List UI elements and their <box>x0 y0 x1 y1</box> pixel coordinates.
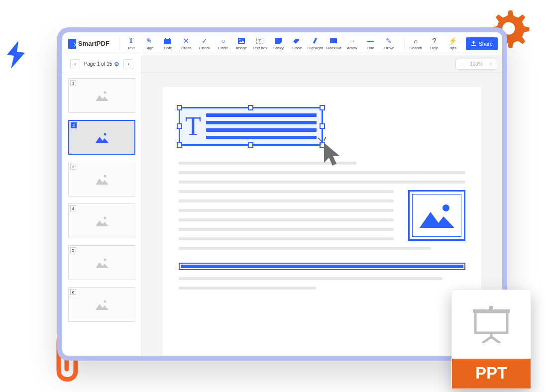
thumbnail-page[interactable]: 3 <box>68 162 135 196</box>
tool-highlight[interactable]: Highlight <box>306 37 325 50</box>
thumbnail-page[interactable]: 1 <box>68 78 135 113</box>
zoom-value: 100% <box>468 61 485 67</box>
toolbar: SmartPDF TText ✎Sign Date ✕Cross ✓Check … <box>62 32 502 55</box>
svg-line-22 <box>491 337 500 343</box>
tool-tips[interactable]: ⚡Tips <box>443 37 462 50</box>
calendar-icon <box>164 37 171 45</box>
zoom-out-button[interactable]: − <box>456 61 468 67</box>
selected-image-block[interactable] <box>408 190 465 241</box>
tool-sticky[interactable]: Sticky <box>269 37 288 50</box>
tool-text[interactable]: TText <box>122 37 140 50</box>
help-icon: ? <box>432 37 436 45</box>
svg-rect-18 <box>475 312 507 333</box>
resize-handle[interactable] <box>177 105 182 110</box>
nav-bar: ‹ Page 1 of 15 ⚙ › − 100% + <box>62 55 502 73</box>
editing-tools: TText ✎Sign Date ✕Cross ✓Check ○Circle I… <box>119 37 398 50</box>
ppt-file-icon: PPT <box>451 290 531 389</box>
page-indicator: Page 1 of 15 ⚙ <box>84 61 120 68</box>
svg-point-11 <box>104 217 106 219</box>
sign-icon: ✎ <box>146 37 152 45</box>
document-page: T <box>163 87 481 356</box>
tool-textbox[interactable]: TText box <box>251 37 269 50</box>
tips-icon: ⚡ <box>448 37 457 45</box>
svg-rect-23 <box>489 306 493 310</box>
tool-arrow[interactable]: →Arrow <box>343 37 361 50</box>
line-icon: — <box>367 37 374 45</box>
tool-search[interactable]: ⌕Search <box>407 37 425 50</box>
text-glyph-icon: T <box>185 113 201 139</box>
zoom-control: − 100% + <box>455 59 497 70</box>
svg-point-10 <box>104 175 106 178</box>
svg-line-14 <box>318 138 322 142</box>
svg-line-15 <box>324 137 326 141</box>
selected-line-block[interactable] <box>179 263 465 270</box>
tool-cross[interactable]: ✕Cross <box>177 37 196 50</box>
resize-handle[interactable] <box>320 123 325 129</box>
tool-blackout[interactable]: Blackout <box>325 37 343 50</box>
svg-rect-2 <box>169 38 170 40</box>
thumbnail-page[interactable]: 6 <box>68 287 135 322</box>
svg-rect-3 <box>238 38 245 44</box>
svg-point-13 <box>104 300 106 303</box>
svg-point-9 <box>104 133 106 136</box>
resize-handle[interactable] <box>248 142 253 148</box>
tool-erase[interactable]: Erase <box>288 37 306 50</box>
svg-point-17 <box>442 204 449 211</box>
bolt-icon <box>1 40 31 70</box>
svg-rect-1 <box>165 38 166 40</box>
tool-image[interactable]: Image <box>232 37 251 50</box>
tool-sign[interactable]: ✎Sign <box>140 37 159 50</box>
svg-rect-7 <box>330 38 337 43</box>
svg-rect-19 <box>473 309 510 313</box>
tool-circle[interactable]: ○Circle <box>214 37 232 50</box>
tool-help[interactable]: ?Help <box>425 37 443 50</box>
cursor-icon <box>317 137 345 168</box>
circle-icon: ○ <box>221 37 225 45</box>
app-logo[interactable]: SmartPDF <box>66 39 113 49</box>
app-window: SmartPDF TText ✎Sign Date ✕Cross ✓Check … <box>57 27 507 361</box>
document-canvas[interactable]: T <box>142 73 502 356</box>
textbox-icon: T <box>256 37 263 45</box>
selected-text-block[interactable]: T <box>179 107 323 146</box>
search-icon: ⌕ <box>414 37 418 45</box>
thumbnail-page[interactable]: 2 <box>68 120 135 155</box>
svg-point-8 <box>104 92 106 94</box>
zoom-in-button[interactable]: + <box>485 61 497 67</box>
text-icon: T <box>129 37 133 45</box>
download-button[interactable]: Download pdf <box>502 37 507 50</box>
next-page-button[interactable]: › <box>123 59 133 69</box>
tool-check[interactable]: ✓Check <box>196 37 214 50</box>
tool-draw[interactable]: ✎Draw <box>380 37 398 50</box>
presentation-icon <box>471 306 511 343</box>
arrow-icon: → <box>348 37 355 45</box>
check-icon: ✓ <box>202 37 208 45</box>
settings-icon[interactable]: ⚙ <box>114 61 119 68</box>
prev-page-button[interactable]: ‹ <box>70 59 80 69</box>
share-icon <box>471 41 476 46</box>
resize-handle[interactable] <box>177 142 182 148</box>
resize-handle[interactable] <box>248 105 253 110</box>
blackout-icon <box>330 37 337 45</box>
erase-icon <box>293 37 300 45</box>
svg-point-4 <box>239 39 241 41</box>
utility-tools: ⌕Search ?Help ⚡Tips <box>404 37 462 50</box>
text-lines-icon <box>206 113 317 139</box>
share-button[interactable]: Share <box>466 37 498 50</box>
svg-line-21 <box>482 337 491 343</box>
app-name: SmartPDF <box>78 40 109 47</box>
svg-point-12 <box>104 259 106 261</box>
page-thumbnails: 1 2 3 4 5 6 <box>62 73 142 356</box>
body-text-placeholder <box>179 162 465 290</box>
tool-date[interactable]: Date <box>159 37 177 50</box>
resize-handle[interactable] <box>177 123 182 129</box>
draw-icon: ✎ <box>386 37 392 45</box>
tool-line[interactable]: —Line <box>361 37 380 50</box>
logo-icon <box>68 39 76 49</box>
sticky-icon <box>275 37 282 45</box>
svg-line-16 <box>317 144 322 146</box>
resize-handle[interactable] <box>320 105 325 110</box>
highlight-icon <box>312 37 318 45</box>
thumbnail-page[interactable]: 5 <box>68 245 135 280</box>
image-icon <box>238 37 245 45</box>
thumbnail-page[interactable]: 4 <box>68 203 135 238</box>
